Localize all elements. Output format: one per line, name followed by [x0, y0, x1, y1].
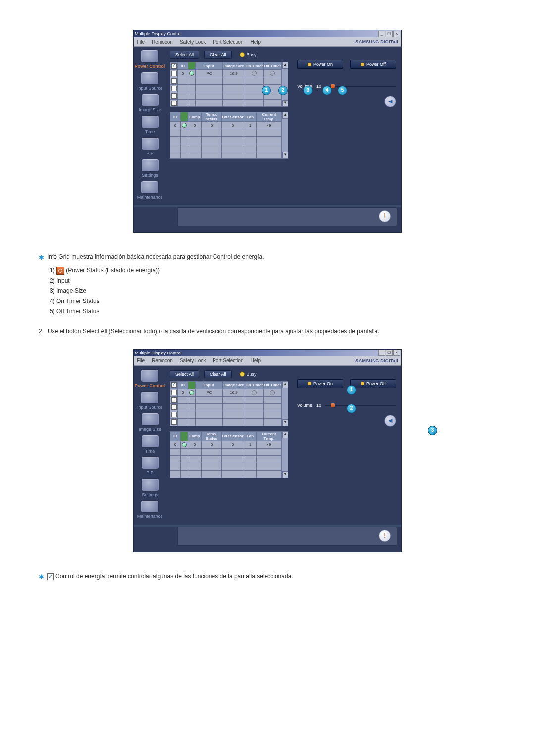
pip-icon: [141, 456, 159, 469]
row-checkbox[interactable]: [171, 71, 177, 76]
settings-icon: [141, 478, 159, 491]
grid2-scrollbar[interactable]: ▲▼: [282, 431, 288, 478]
sidebar-item-input-source[interactable]: Input Source: [137, 72, 162, 91]
sidebar-item-image-size[interactable]: Image Size: [139, 413, 161, 432]
app-window-screenshot-2: Multiple Display Control _ ▢ x File Remo…: [133, 349, 402, 552]
menu-remocon[interactable]: Remocon: [152, 39, 173, 45]
grid2-scrollbar[interactable]: ▲▼: [282, 112, 288, 159]
volume-value: 10: [316, 403, 321, 408]
menu-help[interactable]: Help: [250, 39, 261, 45]
info-grid[interactable]: ID Input Image Size On Timer Off Timer: [170, 381, 282, 426]
power-icon: [141, 369, 159, 382]
volume-thumb[interactable]: [331, 403, 335, 407]
table-row[interactable]: 0 0 0 0 1 49: [170, 122, 282, 129]
menu-file[interactable]: File: [137, 39, 145, 45]
maximize-icon[interactable]: ▢: [386, 350, 393, 356]
scroll-up-icon[interactable]: ▲: [282, 381, 288, 388]
menu-safetylock[interactable]: Safety Lock: [180, 39, 206, 45]
center-panel: Select All Clear All Busy ID: [166, 47, 292, 205]
brand-label: SAMSUNG DIGITall: [355, 358, 398, 363]
power-off-button[interactable]: Power Off: [350, 60, 396, 69]
minimize-icon[interactable]: _: [378, 31, 385, 37]
sidebar-item-power-control[interactable]: Power Control: [135, 50, 165, 69]
power-on-button[interactable]: Power On: [297, 60, 343, 69]
sidebar-item-time[interactable]: Time: [141, 435, 159, 454]
list-item: 1) (Power Status (Estado de energía)): [50, 266, 496, 275]
sidebar-item-power-control[interactable]: Power Control: [135, 369, 165, 388]
marker-1: 1: [347, 385, 356, 395]
menu-help[interactable]: Help: [250, 358, 261, 363]
off-timer-icon: [270, 71, 275, 76]
close-icon[interactable]: x: [393, 350, 400, 356]
sidebar-item-pip[interactable]: PIP: [141, 456, 159, 475]
on-timer-icon: [252, 390, 257, 395]
busy-dot-icon: [240, 52, 245, 57]
sidebar-item-maintenance[interactable]: Maintenance: [137, 181, 163, 200]
minimize-icon[interactable]: _: [378, 350, 385, 356]
grid1-scrollbar[interactable]: ▲▼: [282, 381, 288, 426]
close-icon[interactable]: x: [393, 31, 400, 37]
select-all-button[interactable]: Select All: [170, 370, 199, 378]
sidebar-item-settings[interactable]: Settings: [141, 159, 159, 178]
paragraph-2: 2. Use el botón Select All (Seleccionar …: [39, 327, 496, 336]
volume-slider[interactable]: [325, 405, 396, 406]
scroll-up-icon[interactable]: ▲: [282, 431, 288, 438]
sidebar-item-maintenance[interactable]: Maintenance: [137, 500, 163, 519]
volume-slider[interactable]: [325, 86, 396, 87]
marker-3: 3: [303, 86, 313, 95]
scroll-down-icon[interactable]: ▼: [282, 419, 288, 426]
input-icon: [141, 391, 159, 404]
scroll-up-icon[interactable]: ▲: [282, 112, 288, 119]
status-dot-icon: [182, 123, 187, 128]
status-grid[interactable]: ID Lamp Temp. Status B/R Sensor Fan Curr…: [170, 112, 282, 159]
pip-icon: [141, 137, 159, 150]
clear-all-button[interactable]: Clear All: [204, 51, 232, 59]
sidebar-item-settings[interactable]: Settings: [141, 478, 159, 497]
row-checkbox[interactable]: [171, 390, 177, 395]
info-grid[interactable]: ID Input Image Size On Timer Off Timer: [170, 62, 282, 107]
status-dot-icon: [182, 442, 187, 447]
scroll-down-icon[interactable]: ▼: [282, 152, 288, 159]
scroll-down-icon[interactable]: ▼: [282, 100, 288, 107]
sidebar-item-pip[interactable]: PIP: [141, 137, 159, 156]
power-dot-icon: [308, 382, 311, 385]
table-row[interactable]: 0 PC 16:9: [170, 389, 282, 396]
checkbox-icon: [47, 573, 54, 580]
busy-indicator: Busy: [240, 52, 257, 57]
clear-all-button[interactable]: Clear All: [204, 370, 232, 378]
status-strip: !: [177, 527, 397, 546]
sidebar-item-time[interactable]: Time: [141, 115, 159, 134]
time-icon: [141, 435, 159, 448]
sidebar-item-input-source[interactable]: Input Source: [137, 391, 162, 410]
select-all-button[interactable]: Select All: [170, 51, 199, 59]
select-all-checkbox[interactable]: [171, 63, 177, 69]
power-dot-icon: [361, 382, 364, 385]
window-controls[interactable]: _ ▢ x: [378, 31, 400, 37]
menu-safetylock[interactable]: Safety Lock: [180, 358, 206, 363]
on-timer-icon: [252, 71, 257, 76]
description-block-2: ✱ Control de energía permite controlar a…: [39, 572, 496, 582]
menubar: File Remocon Safety Lock Port Selection …: [134, 356, 401, 366]
menu-file[interactable]: File: [137, 358, 145, 363]
power-on-button[interactable]: Power On: [297, 379, 343, 388]
scroll-up-icon[interactable]: ▲: [282, 62, 288, 69]
table-row[interactable]: 0 0 0 0 1 49: [170, 441, 282, 448]
select-all-checkbox[interactable]: [171, 382, 177, 388]
grid1-scrollbar[interactable]: ▲▼: [282, 62, 288, 107]
sidebar-item-image-size[interactable]: Image Size: [139, 94, 161, 112]
power-dot-icon: [361, 63, 364, 66]
menu-portselection[interactable]: Port Selection: [213, 358, 243, 363]
menu-portselection[interactable]: Port Selection: [213, 39, 243, 45]
maximize-icon[interactable]: ▢: [386, 31, 393, 37]
table-row[interactable]: 0 PC 16:9: [170, 70, 282, 77]
power-off-button[interactable]: Power Off: [350, 379, 396, 388]
marker-2: 2: [347, 404, 356, 413]
status-grid[interactable]: ID Lamp Temp. Status B/R Sensor Fan Curr…: [170, 431, 282, 478]
scroll-down-icon[interactable]: ▼: [282, 471, 288, 478]
speaker-icon[interactable]: ◀: [384, 415, 396, 427]
menu-remocon[interactable]: Remocon: [152, 358, 173, 363]
center-panel: Select All Clear All Busy ID Input: [166, 366, 292, 525]
speaker-icon[interactable]: ◀: [384, 96, 396, 107]
window-controls[interactable]: _ ▢ x: [378, 350, 400, 356]
power-status-icon: [56, 267, 64, 275]
